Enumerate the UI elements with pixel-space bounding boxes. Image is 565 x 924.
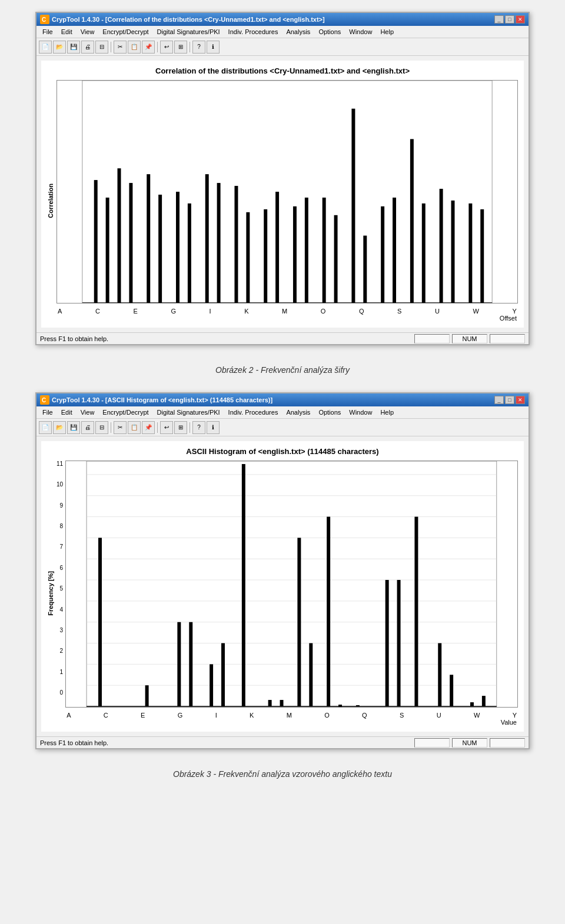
- x-tick-O-1: O: [321, 308, 326, 315]
- y-tick-7: 7: [60, 543, 64, 550]
- x-tick-K-2: K: [250, 712, 254, 719]
- svg-rect-22: [351, 109, 355, 303]
- svg-rect-2: [82, 81, 492, 303]
- svg-rect-52: [221, 643, 225, 706]
- toolbar-print-1[interactable]: 🖨: [81, 41, 94, 54]
- menu-file-1[interactable]: File: [39, 27, 56, 36]
- x-axis-labels-2: A C E G I K M O Q S U W Y: [65, 709, 518, 719]
- toolbar-new-1[interactable]: 📄: [39, 41, 52, 54]
- toolbar-redo-1[interactable]: ⊞: [174, 41, 187, 54]
- toolbar-print-2[interactable]: 🖨: [81, 421, 94, 434]
- svg-rect-61: [385, 580, 389, 706]
- svg-rect-20: [323, 198, 326, 303]
- toolbar-undo-2[interactable]: ↩: [160, 421, 173, 434]
- y-ticks-2: 0 1 2 3 4 5 6 7 8 9 10 11: [56, 461, 65, 696]
- toolbar-copy-1[interactable]: 📋: [128, 41, 141, 54]
- svg-rect-56: [298, 538, 301, 706]
- toolbar-paste-1[interactable]: 📌: [142, 41, 155, 54]
- caption-1: Obrázek 2 - Frekvenční analýza šifry: [215, 365, 350, 375]
- svg-rect-15: [246, 212, 250, 303]
- menu-digital-2[interactable]: Digital Signatures/PKI: [154, 408, 224, 417]
- menu-encrypt-1[interactable]: Encrypt/Decrypt: [99, 27, 152, 36]
- x-axis-label-2: Value: [65, 719, 518, 726]
- close-button-1[interactable]: ✕: [516, 15, 525, 24]
- menu-analysis-1[interactable]: Analysis: [282, 27, 314, 36]
- menu-file-2[interactable]: File: [39, 408, 56, 417]
- toolbar-paste-2[interactable]: 📌: [142, 421, 155, 434]
- y-tick-6: 6: [60, 565, 64, 571]
- status-scrl-2: [490, 738, 525, 748]
- y-tick-9: 9: [60, 502, 64, 509]
- x-tick-O-2: O: [324, 712, 330, 719]
- menu-options-2[interactable]: Options: [315, 408, 344, 417]
- y-tick-5: 5: [60, 585, 64, 592]
- toolbar-cut-1[interactable]: ✂: [114, 41, 127, 54]
- menu-view-2[interactable]: View: [77, 408, 98, 417]
- x-tick-C-2: C: [104, 712, 108, 719]
- menu-digital-1[interactable]: Digital Signatures/PKI: [154, 27, 224, 36]
- menu-indiv-2[interactable]: Indiv. Procedures: [225, 408, 282, 417]
- minimize-button-2[interactable]: _: [494, 396, 504, 404]
- toolbar-save-1[interactable]: 💾: [67, 41, 80, 54]
- toolbar-copy-2[interactable]: 📋: [128, 421, 141, 434]
- status-num-2: NUM: [452, 738, 487, 748]
- svg-rect-66: [470, 702, 474, 706]
- window-2: C CrypTool 1.4.30 - [ASCII Histogram of …: [35, 392, 530, 749]
- svg-rect-62: [397, 580, 401, 706]
- x-axis-labels-1: A C E G I K M O Q S U W Y: [56, 305, 518, 315]
- svg-rect-13: [217, 183, 221, 303]
- toolbar-1: 📄 📂 💾 🖨 ⊟ ✂ 📋 📌 ↩ ⊞ ? ℹ: [36, 38, 529, 56]
- maximize-button-2[interactable]: □: [505, 396, 514, 404]
- sep-3: [190, 42, 190, 52]
- status-right-1: NUM: [414, 334, 525, 343]
- menu-edit-2[interactable]: Edit: [58, 408, 76, 417]
- toolbar-open-1[interactable]: 📂: [53, 41, 66, 54]
- toolbar-info-1[interactable]: ℹ: [207, 41, 220, 54]
- toolbar-printer-2[interactable]: ⊟: [95, 421, 108, 434]
- x-tick-A-2: A: [67, 712, 71, 719]
- toolbar-info-2[interactable]: ℹ: [207, 421, 220, 434]
- menu-window-2[interactable]: Window: [345, 408, 375, 417]
- menu-indiv-1[interactable]: Indiv. Procedures: [225, 27, 282, 36]
- toolbar-printer-1[interactable]: ⊟: [95, 41, 108, 54]
- chart-container-2: ASCII Histogram of <english.txt> (114485…: [41, 441, 524, 732]
- y-tick-2: 2: [60, 648, 64, 654]
- minimize-button-1[interactable]: _: [494, 15, 504, 24]
- help-text-1: Press F1 to obtain help.: [40, 335, 108, 342]
- x-tick-M-1: M: [282, 308, 287, 315]
- svg-rect-6: [118, 168, 121, 303]
- toolbar-help-2[interactable]: ?: [192, 421, 205, 434]
- caption-2: Obrázek 3 - Frekvenční analýza vzorového…: [173, 769, 392, 779]
- chart-inner-1: A C E G I K M O Q S U W Y Offset: [56, 80, 518, 322]
- x-tick-S-1: S: [397, 308, 401, 315]
- menu-view-1[interactable]: View: [77, 27, 98, 36]
- toolbar-redo-2[interactable]: ⊞: [174, 421, 187, 434]
- svg-rect-14: [234, 186, 238, 303]
- close-button-2[interactable]: ✕: [516, 396, 525, 404]
- toolbar-undo-1[interactable]: ↩: [160, 41, 173, 54]
- menu-options-1[interactable]: Options: [315, 27, 344, 36]
- y-tick-10: 10: [56, 481, 63, 488]
- menu-edit-1[interactable]: Edit: [58, 27, 76, 36]
- x-axis-label-1: Offset: [56, 315, 518, 322]
- toolbar-new-2[interactable]: 📄: [39, 421, 52, 434]
- svg-rect-18: [293, 206, 297, 303]
- toolbar-open-2[interactable]: 📂: [53, 421, 66, 434]
- svg-rect-48: [145, 685, 149, 706]
- menu-window-1[interactable]: Window: [345, 27, 375, 36]
- svg-rect-16: [264, 209, 267, 303]
- menu-help-2[interactable]: Help: [377, 408, 397, 417]
- maximize-button-1[interactable]: □: [505, 15, 514, 24]
- menu-help-1[interactable]: Help: [377, 27, 397, 36]
- svg-rect-8: [147, 174, 150, 303]
- svg-rect-24: [381, 206, 384, 303]
- toolbar-cut-2[interactable]: ✂: [114, 421, 127, 434]
- toolbar-save-2[interactable]: 💾: [67, 421, 80, 434]
- menu-analysis-2[interactable]: Analysis: [282, 408, 314, 417]
- toolbar-help-1[interactable]: ?: [192, 41, 205, 54]
- svg-rect-30: [468, 204, 472, 303]
- x-tick-G-2: G: [178, 712, 183, 719]
- status-right-2: NUM: [414, 738, 525, 748]
- x-tick-I-1: I: [210, 308, 211, 315]
- menu-encrypt-2[interactable]: Encrypt/Decrypt: [99, 408, 152, 417]
